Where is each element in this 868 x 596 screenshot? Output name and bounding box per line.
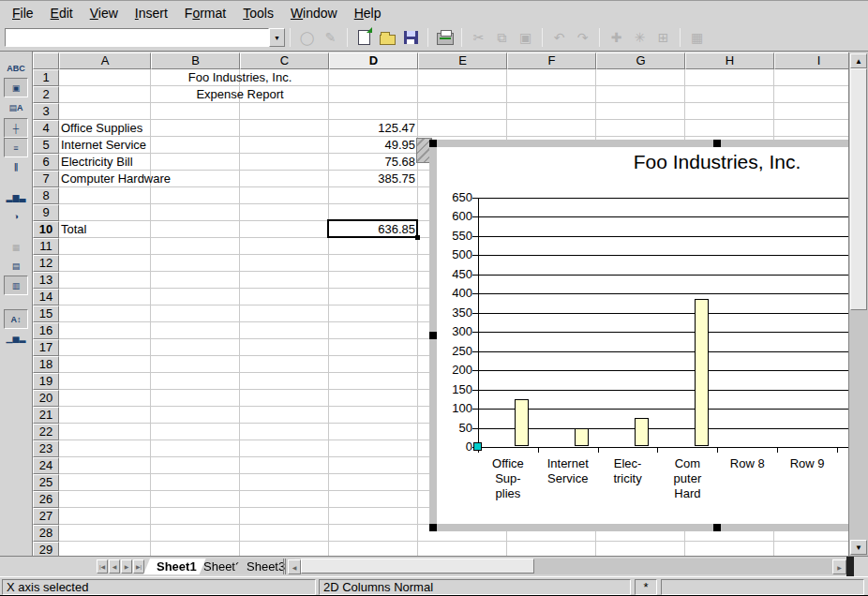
data-in-columns-icon[interactable]: ▥ <box>4 276 28 295</box>
cell-D6-value[interactable]: 75.68 <box>329 154 415 171</box>
reorganize-chart-icon[interactable]: ▁▅▂ <box>4 328 28 348</box>
row-header-6[interactable]: 6 <box>33 154 59 171</box>
row-header-22[interactable]: 22 <box>33 424 59 440</box>
cell-A10-label[interactable]: Total <box>61 221 86 238</box>
chart-plot-area[interactable]: 050100150200250300350400450500550600650O… <box>429 140 848 531</box>
axes-titles-icon[interactable]: ▤A <box>4 97 28 117</box>
menu-format[interactable]: Format <box>176 3 234 23</box>
row-header-19[interactable]: 19 <box>33 373 59 390</box>
vertical-grid-icon[interactable]: ∥ <box>4 156 28 176</box>
paste-icon[interactable]: ▣ <box>515 27 536 48</box>
x-axis-category-label[interactable]: Com puter Hard <box>657 456 717 501</box>
first-sheet-icon[interactable]: |◀ <box>97 559 108 574</box>
cell-D4-value[interactable]: 125.47 <box>329 120 415 137</box>
last-sheet-icon[interactable]: ▶| <box>133 559 144 574</box>
row-header-12[interactable]: 12 <box>33 255 59 272</box>
titles-icon[interactable]: ABC <box>4 58 28 78</box>
horizontal-grid-icon[interactable]: ≡ <box>4 138 28 157</box>
column-header-E[interactable]: E <box>418 52 507 69</box>
row-header-20[interactable]: 20 <box>33 390 59 407</box>
bar-computer-hard[interactable] <box>695 299 709 446</box>
cell-A5-label[interactable]: Internet Service <box>61 137 146 154</box>
row-header-23[interactable]: 23 <box>33 440 59 457</box>
address-input[interactable] <box>5 28 269 47</box>
data-in-rows-icon[interactable]: ▤ <box>4 256 28 276</box>
menu-edit[interactable]: Edit <box>42 3 82 23</box>
chart-handle-top-middle[interactable] <box>713 140 721 147</box>
menu-file[interactable]: File <box>4 3 42 23</box>
x-axis-selection-handle[interactable] <box>473 442 482 451</box>
cell-A4-label[interactable]: Office Supplies <box>61 120 142 137</box>
tab-scrollbar-splitter[interactable] <box>283 559 286 574</box>
menu-window[interactable]: Window <box>282 3 346 23</box>
row-header-29[interactable]: 29 <box>33 542 59 556</box>
y-axis-label[interactable]: 0 <box>429 440 472 454</box>
row-header-1[interactable]: 1 <box>33 69 59 86</box>
vertical-scrollbar[interactable]: ▲ ▼ <box>848 52 868 556</box>
chart-handle-bottom-middle[interactable] <box>713 524 721 531</box>
hyperlink-icon[interactable]: ⊞ <box>652 27 674 48</box>
row-header-17[interactable]: 17 <box>33 339 59 356</box>
column-header-D[interactable]: D <box>329 52 418 69</box>
horizontal-scrollbar[interactable] <box>301 559 832 574</box>
y-axis-label[interactable]: 200 <box>429 363 472 377</box>
y-axis-label[interactable]: 600 <box>429 209 472 223</box>
row-header-18[interactable]: 18 <box>33 356 59 373</box>
fill-handle[interactable] <box>415 235 420 240</box>
cell-B1-company-title[interactable]: Foo Industries, Inc. <box>151 69 329 86</box>
edit-file-icon[interactable]: ✎ <box>320 27 341 48</box>
bar-office-supplies[interactable] <box>515 399 529 446</box>
cell-A7-label[interactable]: Computer Hardware <box>61 171 171 187</box>
row-header-3[interactable]: 3 <box>33 103 59 120</box>
scroll-down-icon[interactable]: ▼ <box>850 540 867 555</box>
open-icon[interactable] <box>377 27 398 48</box>
x-axis-category-label[interactable]: Elec- tricity <box>598 456 658 486</box>
row-header-21[interactable]: 21 <box>33 407 59 424</box>
y-axis-label[interactable]: 650 <box>429 190 472 204</box>
menu-help[interactable]: Help <box>346 3 390 23</box>
row-header-5[interactable]: 5 <box>33 137 59 154</box>
chart-handle-top-left[interactable] <box>429 140 437 147</box>
y-axis-label[interactable]: 250 <box>429 344 472 358</box>
select-all-corner[interactable] <box>33 52 59 69</box>
active-cell-selection-border[interactable] <box>327 219 418 238</box>
row-header-24[interactable]: 24 <box>33 457 59 474</box>
hscroll-right-icon[interactable]: ▶ <box>832 559 846 574</box>
menu-tools[interactable]: Tools <box>234 3 282 23</box>
horizontal-scrollbar-thumb[interactable] <box>301 559 534 574</box>
cell-A6-label[interactable]: Electricity Bill <box>61 154 133 171</box>
print-icon[interactable] <box>434 27 456 48</box>
new-document-icon[interactable] <box>353 27 375 48</box>
previous-sheet-icon[interactable]: ◀ <box>109 559 120 574</box>
save-icon[interactable] <box>400 27 422 48</box>
navigator-icon[interactable]: ✚ <box>606 27 627 48</box>
copy-icon[interactable]: ⧉ <box>491 27 513 48</box>
y-axis-label[interactable]: 450 <box>429 267 472 281</box>
column-header-C[interactable]: C <box>240 52 329 69</box>
vertical-scrollbar-thumb[interactable] <box>850 68 867 310</box>
column-header-I[interactable]: I <box>774 52 848 69</box>
stop-icon[interactable]: ◯ <box>296 27 318 48</box>
address-combobox[interactable]: ▼ <box>5 28 285 47</box>
autoformat-chart-icon[interactable]: ◑ <box>4 206 28 226</box>
row-header-4[interactable]: 4 <box>33 120 59 137</box>
scroll-up-icon[interactable]: ▲ <box>850 53 867 68</box>
row-header-7[interactable]: 7 <box>33 171 59 187</box>
x-axis-category-label[interactable]: Office Sup- plies <box>478 456 538 501</box>
sheet-tab-sheet1[interactable]: Sheet1 <box>143 559 206 574</box>
undo-icon[interactable]: ↶ <box>548 27 570 48</box>
y-axis-label[interactable]: 400 <box>429 286 472 300</box>
column-header-B[interactable]: B <box>151 52 240 69</box>
row-header-13[interactable]: 13 <box>33 272 59 289</box>
redo-icon[interactable]: ↷ <box>572 27 593 48</box>
row-header-9[interactable]: 9 <box>33 204 59 221</box>
row-header-10[interactable]: 10 <box>33 221 59 238</box>
column-header-A[interactable]: A <box>59 52 151 69</box>
y-axis-label[interactable]: 550 <box>429 229 472 243</box>
y-axis-label[interactable]: 50 <box>429 421 472 435</box>
y-axis-label[interactable]: 150 <box>429 382 472 396</box>
column-header-G[interactable]: G <box>596 52 685 69</box>
x-axis-line[interactable] <box>478 447 848 448</box>
gallery-icon[interactable]: ▦ <box>686 27 708 48</box>
axes-icon[interactable]: ┼ <box>4 118 28 138</box>
